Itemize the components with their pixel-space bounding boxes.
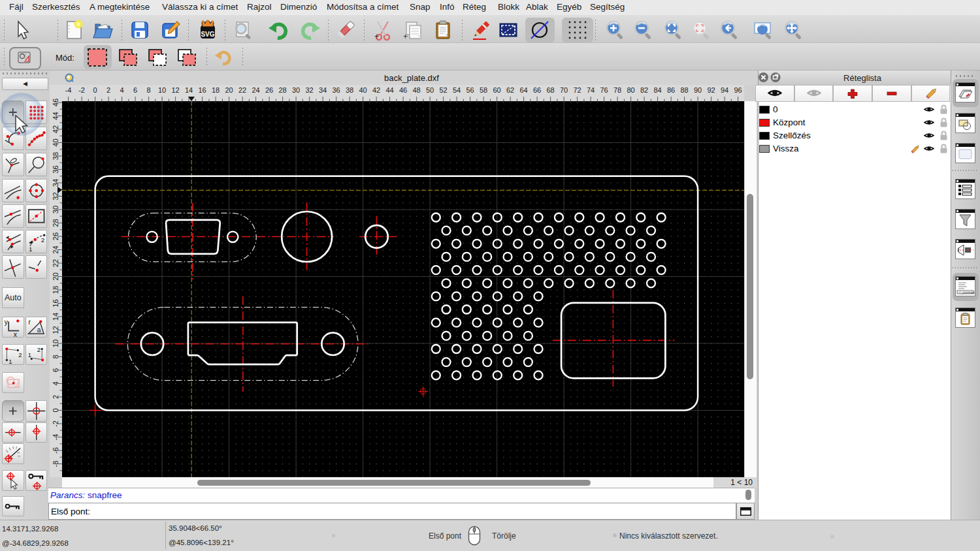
svg-text:60: 60 <box>493 86 500 94</box>
svg-text:10: 10 <box>158 86 166 94</box>
svg-text:34: 34 <box>319 86 327 94</box>
svg-text:92: 92 <box>707 86 715 94</box>
svg-text:50: 50 <box>426 86 434 94</box>
svg-text:32: 32 <box>305 86 313 94</box>
svg-text:12: 12 <box>171 86 179 94</box>
svg-text:62: 62 <box>506 86 514 94</box>
svg-text:1: 1 <box>27 352 31 358</box>
svg-text:88: 88 <box>680 86 688 94</box>
svg-text:48: 48 <box>412 86 420 94</box>
svg-text:54: 54 <box>453 86 461 94</box>
svg-text:1: 1 <box>8 358 12 364</box>
svg-text:82: 82 <box>640 86 648 94</box>
svg-text:2: 2 <box>41 236 44 244</box>
svg-text:+: + <box>403 32 408 41</box>
svg-text:46: 46 <box>399 86 407 94</box>
svg-text:72: 72 <box>573 86 581 94</box>
svg-text:-2: -2 <box>78 86 85 94</box>
svg-text:a: a <box>37 326 41 334</box>
svg-text:+: + <box>374 32 379 41</box>
svg-text:44: 44 <box>385 86 393 94</box>
svg-text:-4: -4 <box>65 86 72 94</box>
svg-text:66: 66 <box>533 86 541 94</box>
svg-text:68: 68 <box>546 86 554 94</box>
svg-text:28: 28 <box>278 86 286 94</box>
svg-text:16: 16 <box>198 86 206 94</box>
svg-text:x: x <box>14 331 18 337</box>
svg-text:74: 74 <box>587 86 595 94</box>
svg-text:0: 0 <box>93 86 97 94</box>
svg-text:1: 1 <box>28 245 31 253</box>
svg-text:26: 26 <box>265 86 273 94</box>
svg-text:14: 14 <box>185 86 193 94</box>
svg-text:36: 36 <box>332 86 340 94</box>
svg-text:y: y <box>5 319 8 326</box>
svg-text:2: 2 <box>18 352 22 358</box>
svg-text:52: 52 <box>439 86 447 94</box>
svg-text:2: 2 <box>37 347 40 353</box>
svg-text:4: 4 <box>120 86 124 94</box>
svg-text:42: 42 <box>372 86 380 94</box>
svg-text:94: 94 <box>721 86 728 94</box>
svg-text:76: 76 <box>600 86 608 94</box>
svg-text:20: 20 <box>225 86 233 94</box>
svg-text:90: 90 <box>694 86 702 94</box>
svg-text:<_command: <_command <box>959 291 975 294</box>
svg-text:70: 70 <box>560 86 568 94</box>
svg-text:58: 58 <box>480 86 487 94</box>
svg-text:6: 6 <box>133 86 137 94</box>
svg-text:30: 30 <box>292 86 300 94</box>
svg-text:24: 24 <box>252 86 259 94</box>
svg-text:56: 56 <box>466 86 474 94</box>
svg-text:18: 18 <box>212 86 220 94</box>
svg-text:r: r <box>28 319 31 326</box>
svg-text:38: 38 <box>346 86 353 94</box>
svg-text:2: 2 <box>106 86 110 94</box>
svg-text:80: 80 <box>627 86 634 94</box>
svg-text:96: 96 <box>734 86 742 94</box>
svg-text:84: 84 <box>653 86 661 94</box>
svg-text:22: 22 <box>238 86 246 94</box>
svg-text:78: 78 <box>613 86 621 94</box>
svg-text:64: 64 <box>519 86 527 94</box>
svg-text:8: 8 <box>147 86 151 94</box>
svg-text:SVG: SVG <box>201 31 214 38</box>
svg-text:86: 86 <box>667 86 675 94</box>
svg-text:40: 40 <box>359 86 367 94</box>
